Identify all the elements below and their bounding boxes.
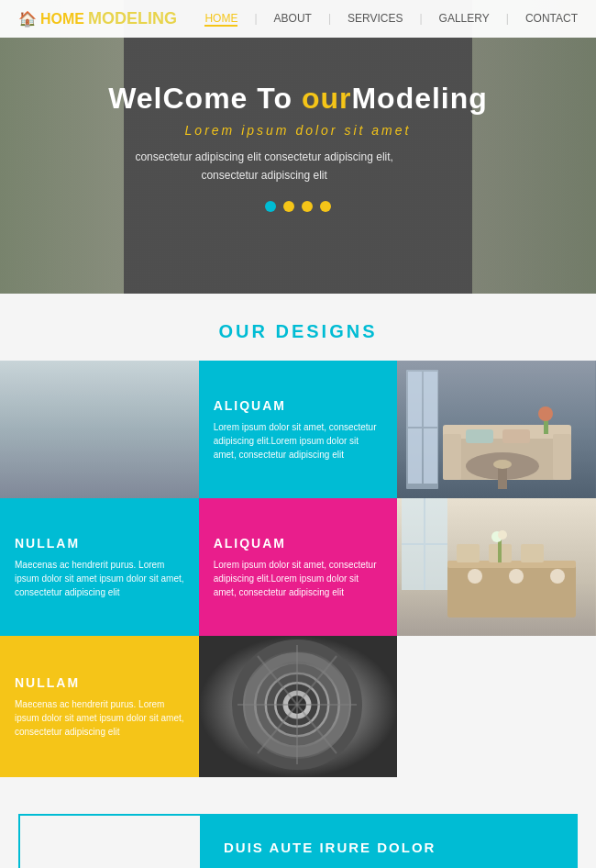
- design-card-title-2: NULLAM: [15, 536, 184, 551]
- svg-rect-17: [408, 428, 422, 484]
- nav-contact[interactable]: CONTACT: [525, 12, 578, 27]
- design-living-image: [397, 361, 596, 498]
- nav-gallery[interactable]: GALLERY: [439, 12, 490, 27]
- svg-point-43: [468, 569, 482, 584]
- design-card-text-2: Maecenas ac hendrerit purus. Lorem ipsum…: [15, 558, 184, 599]
- svg-rect-25: [498, 466, 507, 489]
- svg-point-30: [538, 406, 553, 421]
- kitchen-svg: [0, 361, 199, 498]
- svg-rect-4: [18, 379, 55, 388]
- svg-rect-6: [110, 379, 147, 388]
- designs-grid: ALIQUAM Lorem ipsum dolor sit amet, cons…: [0, 361, 596, 777]
- design-card-aliquam-2: ALIQUAM Lorem ipsum dolor sit amet, cons…: [199, 498, 398, 636]
- hero-title-our: our: [302, 82, 352, 115]
- nav-home[interactable]: HOME: [204, 12, 237, 27]
- staircase-svg: [199, 636, 398, 777]
- svg-rect-37: [457, 544, 480, 562]
- design-card-text-4: Maecenas ac hendrerit purus. Lorem ipsum…: [15, 697, 184, 739]
- living-svg: [397, 361, 596, 498]
- svg-rect-18: [424, 372, 437, 427]
- hero-title-modeling: Modeling: [351, 82, 487, 115]
- hero-title-come: Come: [162, 82, 248, 115]
- logo-home: HOME: [40, 11, 84, 28]
- dining-svg: [397, 498, 596, 636]
- svg-rect-12: [9, 434, 64, 452]
- hero-description: consectetur adipiscing elit consectetur …: [108, 149, 420, 184]
- svg-rect-0: [0, 361, 199, 498]
- about-section: About DUIS AUTE IRURE DOLOR Local Ipsum …: [0, 777, 596, 868]
- hero-content: WelCome To ourModeling Lorem ipsum dolor…: [108, 82, 488, 211]
- svg-point-44: [509, 569, 524, 584]
- svg-rect-40: [498, 540, 502, 562]
- navbar: 🏠 HOME MODELING HOME | ABOUT | SERVICES …: [0, 0, 596, 38]
- svg-point-42: [498, 530, 507, 540]
- design-dining-image: [397, 498, 596, 636]
- design-card-title-4: NULLAM: [15, 675, 184, 690]
- hero-title-to: To: [248, 82, 302, 115]
- about-right-panel: DUIS AUTE IRURE DOLOR Local Ipsum Is Sim…: [202, 814, 578, 868]
- nav-links: HOME | ABOUT | SERVICES | GALLERY | CONT…: [204, 12, 578, 27]
- design-card-text-1: Lorem ipsum dolor sit amet, consectetur …: [214, 420, 383, 462]
- svg-rect-1: [5, 388, 60, 462]
- hero-dot-1[interactable]: [265, 201, 276, 212]
- nav-about[interactable]: ABOUT: [274, 12, 312, 27]
- designs-title: OUR DESIGNS: [0, 294, 596, 361]
- hero-subtitle: Lorem ipsum dolor sit amet: [108, 123, 488, 138]
- hero-right-panel: [472, 0, 596, 294]
- logo: 🏠 HOME MODELING: [18, 9, 177, 28]
- design-staircase-image: [199, 636, 398, 777]
- hero-left-panel: [0, 0, 124, 294]
- svg-rect-23: [553, 434, 571, 480]
- svg-rect-5: [64, 379, 101, 388]
- design-card-aliquam-1: ALIQUAM Lorem ipsum dolor sit amet, cons…: [199, 361, 398, 498]
- svg-rect-11: [0, 460, 197, 467]
- design-card-nullam-2: NULLAM Maecenas ac hendrerit purus. Lore…: [0, 636, 199, 777]
- svg-point-8: [41, 386, 50, 395]
- about-left-panel: About: [18, 814, 202, 868]
- svg-rect-16: [408, 372, 422, 427]
- svg-point-45: [550, 569, 565, 584]
- svg-point-10: [87, 382, 96, 391]
- design-card-title-1: ALIQUAM: [214, 398, 383, 413]
- hero-dot-3[interactable]: [302, 201, 313, 212]
- hero-dots: [108, 201, 488, 212]
- nav-services[interactable]: SERVICES: [348, 12, 403, 27]
- hero-title: WelCome To ourModeling: [108, 82, 488, 116]
- hero-title-wel: Wel: [108, 82, 162, 115]
- designs-section: OUR DESIGNS: [0, 294, 596, 777]
- design-card-title-3: ALIQUAM: [214, 536, 383, 551]
- svg-rect-3: [0, 452, 197, 498]
- about-heading: DUIS AUTE IRURE DOLOR: [224, 840, 556, 855]
- svg-rect-27: [466, 429, 493, 443]
- logo-icon: 🏠: [18, 10, 37, 28]
- svg-rect-22: [443, 434, 461, 480]
- hero-section: WelCome To ourModeling Lorem ipsum dolor…: [0, 0, 596, 294]
- svg-rect-2: [64, 406, 110, 462]
- hero-dot-4[interactable]: [320, 201, 331, 212]
- svg-rect-19: [424, 428, 437, 484]
- svg-rect-28: [502, 429, 530, 443]
- design-kitchen-image: [0, 361, 199, 498]
- hero-dot-2[interactable]: [283, 201, 294, 212]
- design-card-text-3: Lorem ipsum dolor sit amet, consectetur …: [214, 558, 383, 599]
- svg-rect-39: [521, 544, 544, 562]
- design-card-nullam-1: NULLAM Maecenas ac hendrerit purus. Lore…: [0, 498, 199, 636]
- logo-modeling: MODELING: [88, 9, 177, 28]
- svg-point-26: [493, 460, 512, 469]
- svg-rect-13: [73, 425, 110, 451]
